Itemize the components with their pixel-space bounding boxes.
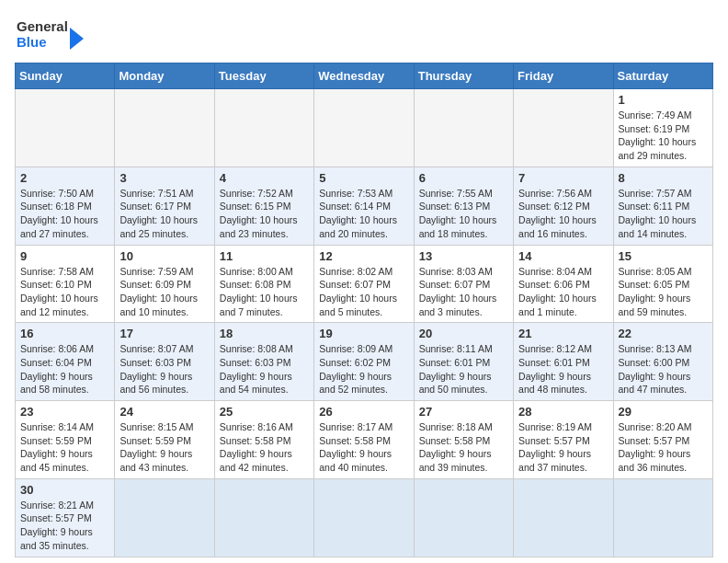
calendar-cell [314, 89, 414, 167]
calendar-cell [613, 478, 712, 557]
day-number: 20 [419, 327, 508, 340]
day-of-week-tuesday: Tuesday [214, 63, 313, 89]
day-info: Sunrise: 8:18 AM Sunset: 5:58 PM Dayligh… [419, 420, 508, 475]
calendar-cell: 24Sunrise: 8:15 AM Sunset: 5:59 PM Dayli… [115, 401, 214, 479]
day-of-week-sunday: Sunday [16, 63, 115, 89]
day-info: Sunrise: 8:19 AM Sunset: 5:57 PM Dayligh… [518, 420, 608, 475]
calendar-cell [414, 89, 513, 167]
calendar-week-row: 2Sunrise: 7:50 AM Sunset: 6:18 PM Daylig… [16, 167, 713, 245]
calendar-week-row: 9Sunrise: 7:58 AM Sunset: 6:10 PM Daylig… [16, 245, 713, 323]
calendar-cell: 10Sunrise: 7:59 AM Sunset: 6:09 PM Dayli… [115, 245, 214, 323]
day-number: 10 [119, 249, 209, 263]
day-number: 12 [319, 249, 408, 263]
calendar-cell: 13Sunrise: 8:03 AM Sunset: 6:07 PM Dayli… [414, 245, 513, 323]
calendar-cell: 12Sunrise: 8:02 AM Sunset: 6:07 PM Dayli… [314, 245, 414, 323]
calendar-cell: 15Sunrise: 8:05 AM Sunset: 6:05 PM Dayli… [613, 245, 712, 323]
day-info: Sunrise: 8:03 AM Sunset: 6:07 PM Dayligh… [419, 265, 508, 319]
day-info: Sunrise: 7:53 AM Sunset: 6:14 PM Dayligh… [319, 187, 408, 241]
day-number: 28 [518, 405, 608, 419]
calendar-cell [115, 89, 214, 167]
calendar-cell: 23Sunrise: 8:14 AM Sunset: 5:59 PM Dayli… [16, 401, 115, 479]
day-info: Sunrise: 7:56 AM Sunset: 6:12 PM Dayligh… [518, 187, 608, 241]
calendar-week-row: 23Sunrise: 8:14 AM Sunset: 5:59 PM Dayli… [16, 401, 713, 479]
calendar-cell: 21Sunrise: 8:12 AM Sunset: 6:01 PM Dayli… [514, 323, 613, 401]
calendar-cell [514, 89, 613, 167]
day-number: 30 [20, 483, 109, 497]
day-info: Sunrise: 8:04 AM Sunset: 6:06 PM Dayligh… [518, 265, 608, 319]
day-number: 7 [518, 171, 608, 185]
day-info: Sunrise: 7:55 AM Sunset: 6:13 PM Dayligh… [419, 187, 508, 241]
day-info: Sunrise: 8:06 AM Sunset: 6:04 PM Dayligh… [20, 342, 109, 396]
day-number: 2 [20, 171, 109, 185]
day-number: 22 [619, 327, 708, 340]
day-number: 14 [518, 249, 608, 263]
day-number: 29 [619, 405, 708, 419]
calendar-week-row: 1Sunrise: 7:49 AM Sunset: 6:19 PM Daylig… [16, 89, 713, 167]
svg-marker-2 [70, 28, 84, 50]
day-info: Sunrise: 8:17 AM Sunset: 5:58 PM Dayligh… [319, 420, 408, 475]
day-info: Sunrise: 8:09 AM Sunset: 6:02 PM Dayligh… [319, 342, 408, 396]
calendar-cell [214, 478, 313, 557]
day-info: Sunrise: 8:11 AM Sunset: 6:01 PM Dayligh… [419, 342, 508, 396]
day-number: 13 [419, 249, 508, 263]
calendar-cell: 25Sunrise: 8:16 AM Sunset: 5:58 PM Dayli… [214, 401, 313, 479]
day-info: Sunrise: 7:49 AM Sunset: 6:19 PM Dayligh… [619, 109, 708, 163]
day-info: Sunrise: 7:59 AM Sunset: 6:09 PM Dayligh… [119, 265, 209, 319]
calendar-cell [514, 478, 613, 557]
day-info: Sunrise: 8:07 AM Sunset: 6:03 PM Dayligh… [119, 342, 209, 396]
calendar-cell: 3Sunrise: 7:51 AM Sunset: 6:17 PM Daylig… [115, 167, 214, 245]
calendar-cell [214, 89, 313, 167]
day-of-week-monday: Monday [115, 63, 214, 89]
calendar-cell: 7Sunrise: 7:56 AM Sunset: 6:12 PM Daylig… [514, 167, 613, 245]
day-info: Sunrise: 8:15 AM Sunset: 5:59 PM Dayligh… [119, 420, 209, 475]
calendar-cell: 1Sunrise: 7:49 AM Sunset: 6:19 PM Daylig… [613, 89, 712, 167]
day-number: 26 [319, 405, 408, 419]
calendar-cell: 29Sunrise: 8:20 AM Sunset: 5:57 PM Dayli… [613, 401, 712, 479]
day-number: 27 [419, 405, 508, 419]
day-number: 5 [319, 171, 408, 185]
day-info: Sunrise: 8:08 AM Sunset: 6:03 PM Dayligh… [220, 342, 309, 396]
calendar-cell: 20Sunrise: 8:11 AM Sunset: 6:01 PM Dayli… [414, 323, 513, 401]
day-number: 11 [220, 249, 309, 263]
calendar-cell: 11Sunrise: 8:00 AM Sunset: 6:08 PM Dayli… [214, 245, 313, 323]
day-info: Sunrise: 8:00 AM Sunset: 6:08 PM Dayligh… [220, 265, 309, 319]
day-number: 1 [619, 93, 708, 107]
day-info: Sunrise: 8:20 AM Sunset: 5:57 PM Dayligh… [619, 420, 708, 475]
day-info: Sunrise: 7:58 AM Sunset: 6:10 PM Dayligh… [20, 265, 109, 319]
day-number: 21 [518, 327, 608, 340]
day-number: 16 [20, 327, 109, 340]
calendar-cell: 5Sunrise: 7:53 AM Sunset: 6:14 PM Daylig… [314, 167, 414, 245]
calendar-cell [115, 478, 214, 557]
page-header: GeneralBlue [15, 15, 713, 55]
day-info: Sunrise: 7:50 AM Sunset: 6:18 PM Dayligh… [20, 187, 109, 241]
calendar-table: SundayMondayTuesdayWednesdayThursdayFrid… [15, 63, 713, 557]
logo-svg: GeneralBlue [15, 15, 88, 55]
svg-text:General: General [17, 18, 68, 34]
calendar-cell: 18Sunrise: 8:08 AM Sunset: 6:03 PM Dayli… [214, 323, 313, 401]
calendar-cell: 2Sunrise: 7:50 AM Sunset: 6:18 PM Daylig… [16, 167, 115, 245]
calendar-header-row: SundayMondayTuesdayWednesdayThursdayFrid… [16, 63, 713, 89]
day-of-week-thursday: Thursday [414, 63, 513, 89]
calendar-cell: 9Sunrise: 7:58 AM Sunset: 6:10 PM Daylig… [16, 245, 115, 323]
day-number: 18 [220, 327, 309, 340]
calendar-cell: 19Sunrise: 8:09 AM Sunset: 6:02 PM Dayli… [314, 323, 414, 401]
calendar-week-row: 30Sunrise: 8:21 AM Sunset: 5:57 PM Dayli… [16, 478, 713, 557]
calendar-cell: 26Sunrise: 8:17 AM Sunset: 5:58 PM Dayli… [314, 401, 414, 479]
calendar-cell: 4Sunrise: 7:52 AM Sunset: 6:15 PM Daylig… [214, 167, 313, 245]
day-number: 8 [619, 171, 708, 185]
day-number: 3 [119, 171, 209, 185]
calendar-cell: 27Sunrise: 8:18 AM Sunset: 5:58 PM Dayli… [414, 401, 513, 479]
calendar-cell: 16Sunrise: 8:06 AM Sunset: 6:04 PM Dayli… [16, 323, 115, 401]
day-number: 17 [119, 327, 209, 340]
day-number: 9 [20, 249, 109, 263]
day-info: Sunrise: 8:02 AM Sunset: 6:07 PM Dayligh… [319, 265, 408, 319]
day-of-week-friday: Friday [514, 63, 613, 89]
logo: GeneralBlue [15, 15, 88, 55]
day-info: Sunrise: 8:13 AM Sunset: 6:00 PM Dayligh… [619, 342, 708, 396]
calendar-week-row: 16Sunrise: 8:06 AM Sunset: 6:04 PM Dayli… [16, 323, 713, 401]
calendar-cell: 8Sunrise: 7:57 AM Sunset: 6:11 PM Daylig… [613, 167, 712, 245]
calendar-cell: 6Sunrise: 7:55 AM Sunset: 6:13 PM Daylig… [414, 167, 513, 245]
calendar-cell: 22Sunrise: 8:13 AM Sunset: 6:00 PM Dayli… [613, 323, 712, 401]
day-info: Sunrise: 8:14 AM Sunset: 5:59 PM Dayligh… [20, 420, 109, 475]
day-number: 23 [20, 405, 109, 419]
